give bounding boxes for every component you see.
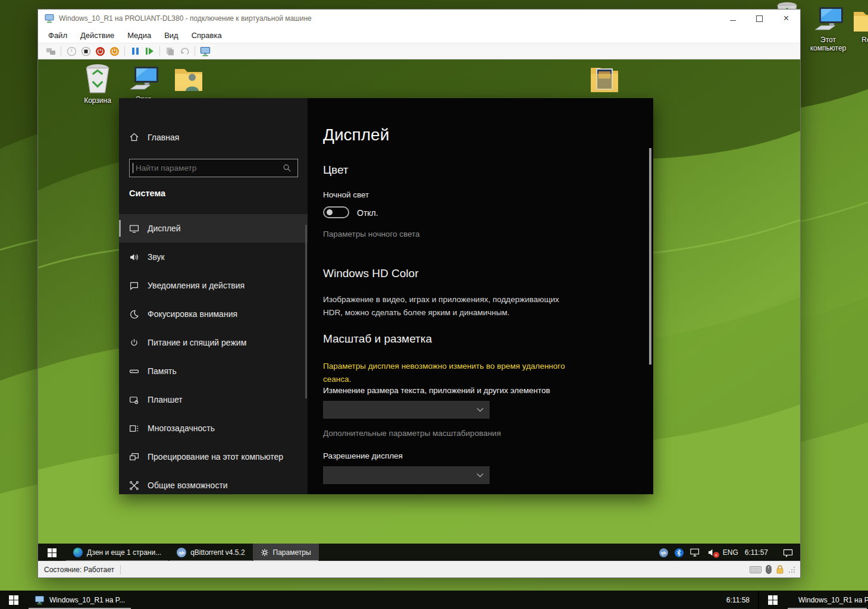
task-label: Windows_10_R1 на P...: [798, 596, 868, 604]
start-vm-button[interactable]: [64, 45, 79, 58]
sidebar-item-tablet[interactable]: Планшет: [119, 385, 308, 414]
language-indicator[interactable]: ENG: [723, 548, 738, 557]
toolbar-separator: [61, 46, 61, 56]
vm-desktop-icon-user-folder[interactable]: [165, 64, 212, 94]
statusbar-divider: [120, 565, 121, 575]
sidebar-item-label: Фокусировка внимания: [148, 309, 237, 319]
enhanced-session-button[interactable]: [198, 45, 212, 58]
sidebar-item-display[interactable]: Дисплей: [119, 214, 308, 243]
sidebar-item-label: Уведомления и действия: [148, 281, 245, 290]
sidebar-item-home[interactable]: Главная: [129, 132, 179, 142]
bluetooth-icon[interactable]: [675, 548, 684, 557]
night-light-settings-link[interactable]: Параметры ночного света: [323, 230, 420, 238]
mouse-status-icon: [766, 565, 772, 574]
keyboard-status-icon: [750, 566, 762, 573]
host-desktop-icon-this-pc[interactable]: Этот компьютер: [804, 6, 852, 52]
settings-search-box[interactable]: [129, 159, 298, 177]
sidebar-item-notifications[interactable]: Уведомления и действия: [119, 271, 308, 300]
network-display-icon[interactable]: [690, 548, 701, 557]
pause-button[interactable]: [128, 45, 142, 58]
settings-sidebar: Главная Система Дисплей: [119, 98, 308, 494]
folder-icon: [852, 7, 868, 34]
scale-section-title: Масштаб и разметка: [323, 332, 432, 346]
toggle-knob: [327, 209, 333, 215]
color-section-title: Цвет: [323, 164, 349, 177]
minimize-button[interactable]: [719, 10, 746, 27]
sidebar-item-multitasking[interactable]: Многозадачность: [119, 414, 308, 442]
close-button[interactable]: ×: [773, 10, 800, 27]
settings-window: ← Параметры × Главная: [119, 98, 653, 494]
toolbar-separator: [124, 46, 125, 56]
resolution-dropdown[interactable]: [323, 466, 490, 484]
night-light-toggle[interactable]: [323, 206, 349, 218]
icon-label: Этот компьютер: [804, 36, 852, 52]
sidebar-item-focus-assist[interactable]: Фокусировка внимания: [119, 300, 308, 328]
this-pc-icon: [811, 6, 845, 34]
menu-file[interactable]: Файл: [42, 29, 74, 42]
checkpoint-button[interactable]: [163, 45, 177, 58]
content-scrollbar[interactable]: [649, 148, 651, 365]
page-title: Дисплей: [323, 125, 389, 145]
sidebar-item-storage[interactable]: Память: [119, 357, 308, 385]
search-icon[interactable]: [283, 164, 292, 172]
save-state-button[interactable]: [107, 45, 121, 58]
vm-display-viewport: Корзина Этот компьютер: [38, 59, 800, 561]
scale-dropdown[interactable]: [323, 401, 490, 419]
icon-label: Корзина: [84, 96, 111, 105]
hyperv-app-icon: [45, 14, 54, 23]
menu-help[interactable]: Справка: [185, 29, 228, 42]
vm-clock[interactable]: 6:11:57: [745, 548, 768, 557]
host-task-vmconnect-2[interactable]: Windows_10_R1 на P...: [786, 591, 868, 609]
sidebar-item-label: Проецирование на этот компьютер: [148, 452, 283, 462]
hyperv-app-icon: [35, 595, 45, 605]
shut-down-button[interactable]: [93, 45, 107, 58]
volume-muted-icon[interactable]: ×: [707, 548, 716, 557]
vm-desktop-icon-recycle-bin[interactable]: Корзина: [74, 63, 121, 105]
host-clock[interactable]: 6:11:58: [726, 596, 758, 604]
maximize-button[interactable]: [746, 10, 773, 27]
toolbar-separator: [159, 46, 160, 56]
host-start-button[interactable]: [0, 591, 27, 609]
display-icon: [129, 224, 139, 234]
hyperv-vmconnect-window: Windows_10_R1 на PROLIANT-DL380 - подклю…: [37, 9, 801, 578]
sidebar-home-label: Главная: [148, 133, 179, 142]
menu-view[interactable]: Вид: [158, 29, 185, 42]
resolution-label: Разрешение дисплея: [323, 451, 403, 460]
vm-task-qbittorrent[interactable]: qb qBittorrent v4.5.2: [169, 544, 252, 561]
host-task-vmconnect[interactable]: Windows_10_R1 на P...: [27, 591, 132, 609]
action-center-icon[interactable]: [783, 548, 793, 557]
sidebar-item-sound[interactable]: Звук: [119, 243, 308, 271]
hyperv-toolbar: [38, 43, 800, 59]
task-label: Параметры: [273, 548, 311, 557]
vm-desktop-icon-media-folder[interactable]: [581, 62, 628, 95]
chevron-down-icon: [477, 473, 484, 478]
edge-icon: [73, 548, 83, 557]
host-desktop-icon-folder[interactable]: Ror: [850, 7, 868, 44]
sidebar-item-label: Общие возможности: [148, 481, 228, 490]
qbittorrent-tray-icon[interactable]: qb: [659, 548, 668, 557]
sidebar-scrollbar[interactable]: [305, 225, 307, 398]
hyperv-title-bar[interactable]: Windows_10_R1 на PROLIANT-DL380 - подклю…: [38, 10, 800, 27]
screen: Этот компьютер Ror Windows_10_R1 на PROL…: [0, 0, 868, 609]
advanced-scaling-link[interactable]: Дополнительные параметры масштабирования: [323, 429, 501, 438]
revert-button[interactable]: [177, 45, 192, 58]
night-light-label: Ночной свет: [323, 190, 369, 199]
vm-task-settings[interactable]: Параметры: [253, 544, 319, 561]
search-input[interactable]: [133, 164, 283, 172]
menu-action[interactable]: Действие: [74, 29, 121, 42]
sidebar-item-shared-experiences[interactable]: Общие возможности: [119, 471, 308, 494]
resize-grip[interactable]: [788, 566, 795, 573]
windows-logo-icon: [48, 548, 57, 557]
reset-button[interactable]: [142, 45, 156, 58]
ctrl-alt-del-button[interactable]: [43, 45, 58, 58]
vm-task-edge[interactable]: Дзен и еще 1 страни...: [65, 544, 169, 561]
hdr-description: Изображение в видео, играх и приложениях…: [323, 293, 580, 319]
vm-start-button[interactable]: [38, 544, 65, 561]
menu-media[interactable]: Медиа: [121, 29, 158, 42]
turn-off-button[interactable]: [79, 45, 93, 58]
sidebar-item-power-sleep[interactable]: Питание и спящий режим: [119, 328, 308, 357]
sidebar-nav: Дисплей Звук Уведомления и действия: [119, 214, 308, 494]
sidebar-item-projecting[interactable]: Проецирование на этот компьютер: [119, 442, 308, 471]
host-start-button-2[interactable]: [759, 591, 786, 609]
sidebar-item-label: Звук: [148, 252, 165, 262]
